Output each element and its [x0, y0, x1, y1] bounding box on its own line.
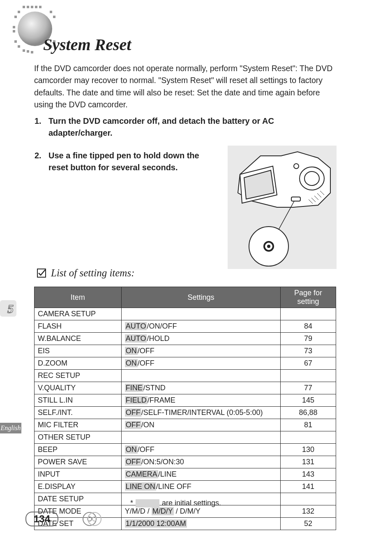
camcorder-figure-icon [228, 146, 351, 277]
table-row: BEEPON/OFF130 [35, 444, 336, 456]
table-cell-page: 67 [281, 357, 336, 370]
table-cell-item: D.ZOOM [35, 357, 122, 370]
table-cell-page: 81 [281, 419, 336, 431]
table-cell-item: MIC FILTER [35, 419, 122, 431]
table-row: EISON/OFF73 [35, 345, 336, 357]
intro-paragraph: If the DVD camcorder does not operate no… [34, 63, 338, 111]
table-cell-item: REC SETUP [35, 370, 122, 382]
svg-rect-3 [31, 6, 33, 8]
footnote-star: * [130, 499, 133, 507]
svg-rect-8 [14, 16, 17, 18]
table-cell-page: 86,88 [281, 407, 336, 419]
table-cell-page: 143 [281, 468, 336, 481]
chapter-badge: 5 [0, 299, 17, 318]
step-1-number: 1. [35, 115, 48, 127]
table-row: V.QUALITYFINE/STND77 [35, 382, 336, 394]
table-cell-item: E.DISPLAY [35, 481, 122, 493]
step-2-text: Use a fine tipped pen to hold down the r… [48, 150, 213, 174]
table-row: FLASHAUTO/ON/OFF84 [35, 320, 336, 333]
table-cell-settings: ON/OFF [121, 357, 280, 370]
svg-point-23 [304, 171, 319, 185]
table-cell-settings: OFF/ON [121, 419, 280, 431]
table-cell-settings: ON/OFF [121, 444, 280, 456]
table-row: REC SETUP [35, 370, 336, 382]
table-row: SELF./INT.OFF/SELF-TIMER/INTERVAL (0:05-… [35, 407, 336, 419]
svg-rect-6 [18, 11, 20, 13]
table-cell-page: 132 [281, 505, 336, 518]
table-row: MIC FILTEROFF/ON81 [35, 419, 336, 431]
svg-rect-1 [23, 6, 25, 8]
table-cell-settings: FINE/STND [121, 382, 280, 394]
table-cell-page [281, 493, 336, 505]
initial-setting-swatch-icon [136, 499, 159, 507]
footnote: * are initial settings. [130, 499, 221, 507]
table-row: POWER SAVEOFF/ON:5/ON:30131 [35, 456, 336, 468]
table-row: DATE SET1/1/2000 12:00AM52 [35, 518, 336, 530]
step-2: 2.Use a fine tipped pen to hold down the… [35, 150, 215, 174]
table-cell-item: DATE SETUP [35, 493, 122, 505]
svg-rect-12 [14, 40, 17, 43]
table-cell-settings: OFF/ON:5/ON:30 [121, 456, 280, 468]
disc-icon [82, 510, 103, 530]
svg-rect-10 [13, 26, 15, 28]
table-cell-item: SELF./INT. [35, 407, 122, 419]
table-cell-page: 145 [281, 394, 336, 407]
table-cell-page [281, 370, 336, 382]
language-tab: English [0, 423, 21, 433]
footnote-text: are initial settings. [162, 499, 221, 507]
svg-rect-30 [291, 197, 300, 201]
col-header-page: Page for setting [281, 287, 336, 308]
table-row: INPUTCAMERA/LINE143 [35, 468, 336, 481]
table-cell-item: INPUT [35, 468, 122, 481]
col-header-settings: Settings [121, 287, 280, 308]
table-cell-settings: AUTO/HOLD [121, 333, 280, 345]
table-cell-settings: LINE ON/LINE OFF [121, 481, 280, 493]
subheading: List of setting items: [51, 267, 134, 279]
page-number-value: 134 [25, 512, 58, 526]
table-cell-item: POWER SAVE [35, 456, 122, 468]
page-number: 134 [25, 512, 58, 526]
svg-rect-9 [53, 16, 55, 18]
svg-rect-16 [31, 51, 33, 53]
settings-table: Item Settings Page for setting CAMERA SE… [34, 287, 336, 530]
step-1-text: Turn the DVD camcorder off, and detach t… [48, 115, 332, 139]
table-row: D.ZOOMON/OFF67 [35, 357, 336, 370]
table-cell-page: 77 [281, 382, 336, 394]
table-cell-settings: ON/OFF [121, 345, 280, 357]
table-cell-item: V.QUALITY [35, 382, 122, 394]
table-cell-page: 73 [281, 345, 336, 357]
table-cell-item: EIS [35, 345, 122, 357]
table-cell-page: 130 [281, 444, 336, 456]
table-cell-page: 131 [281, 456, 336, 468]
table-cell-page: 79 [281, 333, 336, 345]
svg-rect-2 [27, 6, 29, 8]
table-row: OTHER SETUP [35, 431, 336, 444]
table-cell-settings: FIELD/FRAME [121, 394, 280, 407]
table-cell-item: OTHER SETUP [35, 431, 122, 444]
checkbox-icon [37, 269, 46, 278]
svg-point-34 [267, 245, 270, 248]
step-2-number: 2. [35, 150, 48, 162]
table-cell-page: 52 [281, 518, 336, 530]
table-cell-settings: OFF/SELF-TIMER/INTERVAL (0:05-5:00) [121, 407, 280, 419]
svg-text:5: 5 [7, 302, 14, 315]
table-cell-page [281, 431, 336, 444]
table-cell-page [281, 308, 336, 320]
svg-rect-13 [18, 45, 20, 48]
table-cell-item: STILL L.IN [35, 394, 122, 407]
table-row: STILL L.INFIELD/FRAME145 [35, 394, 336, 407]
svg-rect-5 [39, 6, 42, 8]
page-title: System Reset [43, 35, 131, 54]
col-header-item: Item [35, 287, 122, 308]
table-cell-settings: CAMERA/LINE [121, 468, 280, 481]
table-cell-settings: 1/1/2000 12:00AM [121, 518, 280, 530]
table-cell-settings [121, 308, 280, 320]
table-cell-settings: AUTO/ON/OFF [121, 320, 280, 333]
table-row: W.BALANCEAUTO/HOLD79 [35, 333, 336, 345]
svg-rect-15 [27, 50, 29, 53]
table-cell-settings [121, 431, 280, 444]
svg-rect-14 [23, 49, 25, 52]
table-row: E.DISPLAYLINE ON/LINE OFF141 [35, 481, 336, 493]
table-row: CAMERA SETUP [35, 308, 336, 320]
table-cell-settings [121, 370, 280, 382]
